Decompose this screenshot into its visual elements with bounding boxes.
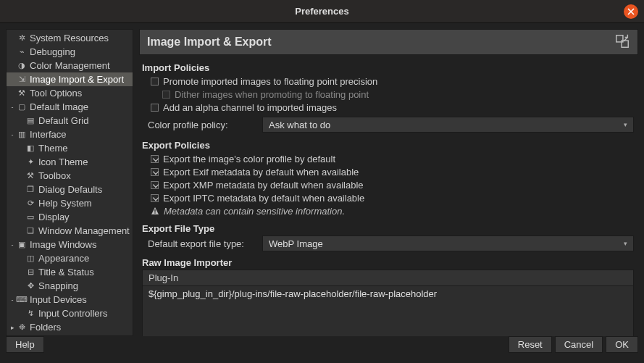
sidebar-item-theme[interactable]: ◧Theme bbox=[7, 141, 133, 155]
import-export-icon bbox=[614, 33, 630, 51]
help-icon: ⟳ bbox=[25, 199, 35, 209]
dither-label: Dither images when promoting to floating… bbox=[175, 89, 369, 100]
chip-icon: ✲ bbox=[17, 33, 27, 43]
sidebar-item-display[interactable]: ▭Display bbox=[7, 210, 133, 224]
sidebar-item-label: Image Windows bbox=[30, 239, 96, 250]
sidebar-item-window-management[interactable]: ❏Window Management bbox=[7, 224, 133, 238]
sidebar-item-label: Icon Theme bbox=[38, 157, 88, 167]
sidebar-item-label: Folders bbox=[30, 322, 61, 333]
svg-rect-2 bbox=[154, 209, 155, 212]
tree-expander-icon[interactable]: - bbox=[8, 131, 17, 138]
sidebar-item-label: Theme bbox=[38, 143, 67, 154]
folder-icon: ❉ bbox=[17, 322, 27, 333]
sidebar-item-label: Snapping bbox=[38, 280, 78, 291]
sidebar-item-interface[interactable]: -▥Interface bbox=[7, 128, 133, 141]
sidebar-item-label: Color Management bbox=[30, 60, 110, 71]
panel-title: Image Import & Export bbox=[147, 36, 272, 49]
import-icon: ⇲ bbox=[17, 75, 27, 85]
color-policy-label: Color profile policy: bbox=[148, 120, 255, 130]
grid-icon: ▤ bbox=[25, 116, 35, 126]
sidebar-item-icon-theme[interactable]: ✦Icon Theme bbox=[7, 155, 133, 169]
svg-rect-3 bbox=[154, 212, 155, 213]
sidebar-item-title-status[interactable]: ⊟Title & Status bbox=[7, 265, 133, 279]
alpha-checkbox-row[interactable]: Add an alpha channel to imported images bbox=[142, 101, 635, 114]
appearance-icon: ◫ bbox=[25, 254, 35, 264]
sidebar-item-default-grid[interactable]: ▤Default Grid bbox=[7, 114, 133, 128]
ok-button[interactable]: OK bbox=[606, 336, 638, 353]
export-colorprofile-row[interactable]: Export the image's color profile by defa… bbox=[142, 152, 635, 165]
raw-column-header[interactable]: Plug-In bbox=[143, 270, 633, 286]
sidebar-item-input-controllers[interactable]: ↯Input Controllers bbox=[7, 306, 133, 320]
sidebar-item-snapping[interactable]: ✥Snapping bbox=[7, 279, 133, 293]
color-policy-dropdown[interactable]: Ask what to do ▾ bbox=[262, 117, 634, 133]
bug-icon: ⌁ bbox=[17, 47, 27, 57]
raw-importer-heading: Raw Image Importer bbox=[142, 257, 635, 268]
sidebar-item-label: Image Import & Export bbox=[30, 74, 124, 85]
sidebar-item-label: Appearance bbox=[38, 253, 89, 264]
interface-icon: ▥ bbox=[17, 130, 27, 140]
cancel-button[interactable]: Cancel bbox=[555, 336, 603, 353]
default-filetype-dropdown[interactable]: WebP Image ▾ bbox=[262, 235, 634, 251]
sidebar-item-label: Debugging bbox=[30, 46, 75, 57]
import-policies-heading: Import Policies bbox=[142, 62, 635, 73]
tree-expander-icon[interactable]: ▸ bbox=[8, 324, 17, 331]
sidebar-item-input-devices[interactable]: -⌨Input Devices bbox=[7, 293, 133, 306]
warning-icon bbox=[151, 206, 159, 215]
input-icon: ⌨ bbox=[17, 295, 27, 305]
export-xmp-row[interactable]: Export XMP metadata by default when avai… bbox=[142, 178, 635, 191]
sidebar-item-label: Title & Status bbox=[38, 267, 94, 278]
sidebar-item-label: Help System bbox=[38, 198, 92, 209]
sidebar-item-debugging[interactable]: ⌁Debugging bbox=[7, 45, 133, 59]
close-button[interactable] bbox=[624, 4, 638, 19]
sidebar-item-dialog-defaults[interactable]: ❐Dialog Defaults bbox=[7, 183, 133, 196]
sidebar-item-default-image[interactable]: -▢Default Image bbox=[7, 100, 133, 114]
sidebar-item-label: System Resources bbox=[30, 33, 109, 43]
export-exif-label: Export Exif metadata by default when ava… bbox=[163, 167, 359, 178]
sidebar-item-image-import-export[interactable]: ⇲Image Import & Export bbox=[7, 72, 133, 86]
sidebar-item-label: Input Devices bbox=[30, 294, 87, 305]
export-iptc-label: Export IPTC metadata by default when ava… bbox=[163, 193, 364, 204]
alpha-checkbox[interactable] bbox=[151, 104, 159, 112]
promote-checkbox-row[interactable]: Promote imported images to floating poin… bbox=[142, 75, 635, 88]
help-button[interactable]: Help bbox=[6, 336, 44, 353]
sidebar-item-label: Input Controllers bbox=[38, 308, 107, 319]
category-tree[interactable]: ✲System Resources⌁Debugging◑Color Manage… bbox=[6, 29, 133, 336]
sidebar-item-system-resources[interactable]: ✲System Resources bbox=[7, 31, 133, 45]
export-exif-row[interactable]: Export Exif metadata by default when ava… bbox=[142, 165, 635, 178]
sidebar-item-image-windows[interactable]: -▣Image Windows bbox=[7, 238, 133, 251]
export-xmp-label: Export XMP metadata by default when avai… bbox=[163, 180, 364, 191]
sidebar-item-appearance[interactable]: ◫Appearance bbox=[7, 251, 133, 265]
metadata-warning-text: Metadata can contain sensitive informati… bbox=[164, 206, 345, 217]
alpha-label: Add an alpha channel to imported images bbox=[163, 102, 337, 113]
snap-icon: ✥ bbox=[25, 281, 35, 291]
export-xmp-checkbox[interactable] bbox=[151, 181, 159, 189]
sidebar-item-label: Toolbox bbox=[38, 170, 71, 181]
tree-expander-icon[interactable]: - bbox=[8, 104, 17, 111]
tree-expander-icon[interactable]: - bbox=[8, 241, 17, 249]
sidebar-item-toolbox[interactable]: ⚒Toolbox bbox=[7, 169, 133, 183]
controller-icon: ↯ bbox=[25, 309, 35, 319]
toolbox-icon: ⚒ bbox=[25, 171, 35, 181]
sidebar-item-tool-options[interactable]: ⚒Tool Options bbox=[7, 86, 133, 100]
sidebar-item-label: Display bbox=[38, 212, 70, 222]
raw-importer-table[interactable]: Plug-In ${gimp_plug_in_dir}/plug-ins/fil… bbox=[142, 270, 634, 336]
sidebar-item-help-system[interactable]: ⟳Help System bbox=[7, 196, 133, 210]
sidebar-item-label: Tool Options bbox=[30, 88, 82, 99]
export-colorprofile-label: Export the image's color profile by defa… bbox=[163, 154, 335, 164]
export-exif-checkbox[interactable] bbox=[151, 168, 159, 176]
export-iptc-checkbox[interactable] bbox=[151, 194, 159, 202]
sidebar-item-folders[interactable]: ▸❉Folders bbox=[7, 320, 133, 334]
wrench-icon: ⚒ bbox=[17, 88, 27, 99]
close-icon bbox=[627, 8, 635, 15]
sidebar-item-color-management[interactable]: ◑Color Management bbox=[7, 59, 133, 72]
dither-checkbox bbox=[162, 91, 170, 99]
reset-button[interactable]: Reset bbox=[509, 336, 552, 353]
promote-checkbox[interactable] bbox=[151, 78, 159, 85]
export-colorprofile-checkbox[interactable] bbox=[151, 155, 159, 163]
raw-plugin-path[interactable]: ${gimp_plug_in_dir}/plug-ins/file-raw-pl… bbox=[143, 286, 633, 301]
export-iptc-row[interactable]: Export IPTC metadata by default when ava… bbox=[142, 191, 635, 204]
chevron-down-icon: ▾ bbox=[624, 240, 627, 247]
sidebar-item-label: Dialog Defaults bbox=[38, 184, 102, 195]
sidebar-item-label: Default Image bbox=[30, 101, 88, 112]
image-icon: ▢ bbox=[17, 102, 27, 112]
